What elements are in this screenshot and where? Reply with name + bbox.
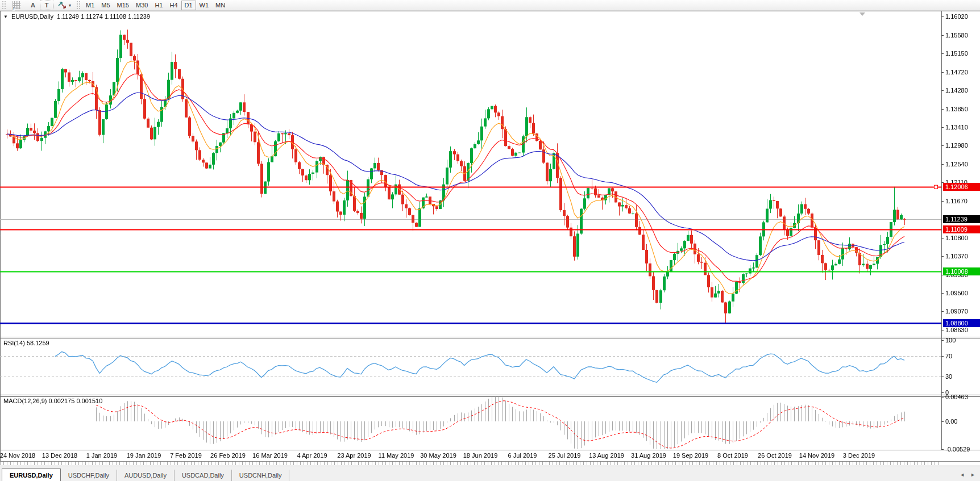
- chart-tabs: EURUSD,DailyUSDCHF,DailyAUDUSD,DailyUSDC…: [2, 469, 289, 481]
- tab-scroll-left-button[interactable]: ◄: [960, 472, 965, 478]
- price-tick-label: 1.11670: [945, 198, 967, 204]
- timeframe-button-d1[interactable]: D1: [181, 1, 196, 10]
- chart-title: ▼ EURUSD,Daily 1.11249 1.11274 1.11108 1…: [3, 13, 150, 20]
- price-level-badge: 1.11239: [943, 215, 980, 223]
- time-tick-strip[interactable]: [0, 462, 941, 465]
- grid-f-icon: F: [13, 1, 20, 9]
- date-tick-label: 24 Nov 2018: [0, 452, 35, 459]
- date-tick-label: 26 Oct 2019: [758, 452, 792, 459]
- macd-tick-label: 0.00: [945, 418, 957, 425]
- chart-expander-icon[interactable]: ▼: [3, 14, 8, 19]
- timeframe-button-h4[interactable]: H4: [166, 1, 181, 10]
- date-tick-label: 6 Jul 2019: [508, 452, 537, 459]
- date-tick-label: 8 Oct 2019: [717, 452, 748, 459]
- price-tick-label: 1.10800: [945, 235, 968, 241]
- chart-tab-eurusd[interactable]: EURUSD,Daily: [2, 469, 61, 481]
- price-level-badge: 1.08800: [943, 319, 980, 327]
- price-tick-label: 1.14720: [945, 69, 968, 76]
- price-level-badge: 1.12006: [943, 183, 980, 191]
- timeframe-button-m30[interactable]: M30: [132, 1, 151, 10]
- date-tick-label: 30 May 2019: [420, 452, 456, 459]
- date-tick-label: 13 Aug 2019: [589, 452, 624, 459]
- price-tick-label: 1.15150: [945, 50, 968, 57]
- text-box-button[interactable]: T: [40, 1, 53, 10]
- price-tick-label: 1.13850: [945, 106, 968, 112]
- price-level-badge: 1.11009: [943, 225, 980, 233]
- date-tick-label: 19 Sep 2019: [673, 452, 708, 459]
- date-tick-label: 13 Dec 2018: [42, 452, 77, 459]
- chart-canvas[interactable]: [0, 11, 980, 462]
- chart-tab-usdcad[interactable]: USDCAD,Daily: [175, 470, 232, 481]
- top-toolbar: F A T ▾ M1M5M15M30H1H4D1W1MN: [0, 0, 980, 11]
- date-tick-label: 31 Aug 2019: [631, 452, 666, 459]
- timeframe-button-mn[interactable]: MN: [212, 1, 229, 10]
- date-tick-label: 11 May 2019: [379, 452, 414, 459]
- tab-scroll-right-button[interactable]: ►: [970, 472, 975, 478]
- toolbar-grip[interactable]: [2, 1, 6, 9]
- price-tick-label: 1.14280: [945, 87, 968, 94]
- timeframe-button-h1[interactable]: H1: [151, 1, 166, 10]
- macd-tick-label: -0.00529: [945, 446, 970, 453]
- chart-ohlc-values: 1.11249 1.11274 1.11108 1.11239: [57, 13, 150, 20]
- chart-tab-usdchf[interactable]: USDCHF,Daily: [61, 470, 117, 481]
- price-tick-label: 1.08630: [945, 327, 968, 333]
- price-tick-label: 1.16020: [945, 13, 968, 20]
- rsi-indicator-label: RSI(14) 58.1259: [3, 340, 49, 346]
- shapes-arrows-icon: [58, 2, 66, 9]
- timeframe-button-group: M1M5M15M30H1H4D1W1MN: [82, 1, 229, 10]
- price-tick-label: 1.10370: [945, 253, 968, 260]
- date-tick-label: 4 Apr 2019: [297, 452, 327, 459]
- date-tick-label: 1 Jan 2019: [86, 452, 117, 459]
- tab-scroll-buttons: ◄ ►: [960, 472, 975, 478]
- timeframe-button-m5[interactable]: M5: [98, 1, 113, 10]
- metatrader-window: { "toolbar": { "grid_f_label": "F", "tex…: [0, 0, 980, 481]
- chart-window: ▼ EURUSD,Daily 1.11249 1.11274 1.11108 1…: [0, 11, 980, 462]
- chevron-down-icon: ▾: [69, 3, 71, 8]
- text-label-button[interactable]: A: [26, 1, 40, 10]
- price-tick-label: 1.13410: [945, 124, 968, 131]
- price-tick-label: 1.15580: [945, 32, 968, 39]
- timeframe-button-w1[interactable]: W1: [196, 1, 213, 10]
- macd-indicator-label: MACD(12,26,9) 0.002175 0.001510: [3, 398, 102, 404]
- toolbar-grip-2[interactable]: [77, 1, 80, 9]
- date-tick-label: 16 Mar 2019: [252, 452, 288, 459]
- date-tick-label: 25 Jul 2019: [549, 452, 581, 459]
- date-tick-label: 23 Apr 2019: [337, 452, 371, 459]
- rsi-tick-label: 100: [945, 337, 956, 344]
- date-tick-label: 7 Feb 2019: [170, 452, 202, 459]
- chart-tab-bar: EURUSD,DailyUSDCHF,DailyAUDUSD,DailyUSDC…: [0, 466, 980, 481]
- price-level-badge: 1.10008: [943, 267, 980, 275]
- price-tick-label: 1.09500: [945, 290, 968, 296]
- grid-f-button[interactable]: F: [8, 1, 26, 10]
- shapes-button[interactable]: ▾: [53, 1, 74, 10]
- timeframe-button-m1[interactable]: M1: [82, 1, 98, 10]
- rsi-tick-label: 70: [945, 353, 952, 359]
- chart-tab-audusd[interactable]: AUDUSD,Daily: [117, 470, 175, 481]
- price-tick-label: 1.12980: [945, 142, 968, 149]
- rsi-tick-label: 30: [945, 373, 952, 380]
- date-tick-label: 14 Nov 2019: [799, 452, 834, 459]
- timeframe-button-m15[interactable]: M15: [114, 1, 132, 10]
- price-tick-label: 1.09070: [945, 308, 968, 315]
- price-tick-label: 1.12540: [945, 161, 968, 168]
- date-tick-label: 26 Feb 2019: [210, 452, 246, 459]
- macd-tick-label: 0.00463: [945, 394, 968, 400]
- date-tick-label: 3 Dec 2019: [843, 452, 875, 459]
- chart-symbol-period: EURUSD,Daily: [11, 13, 53, 20]
- date-tick-label: 19 Jan 2019: [127, 452, 161, 459]
- chart-tab-usdcnh[interactable]: USDCNH,Daily: [232, 470, 290, 481]
- date-tick-label: 18 Jun 2019: [463, 452, 498, 459]
